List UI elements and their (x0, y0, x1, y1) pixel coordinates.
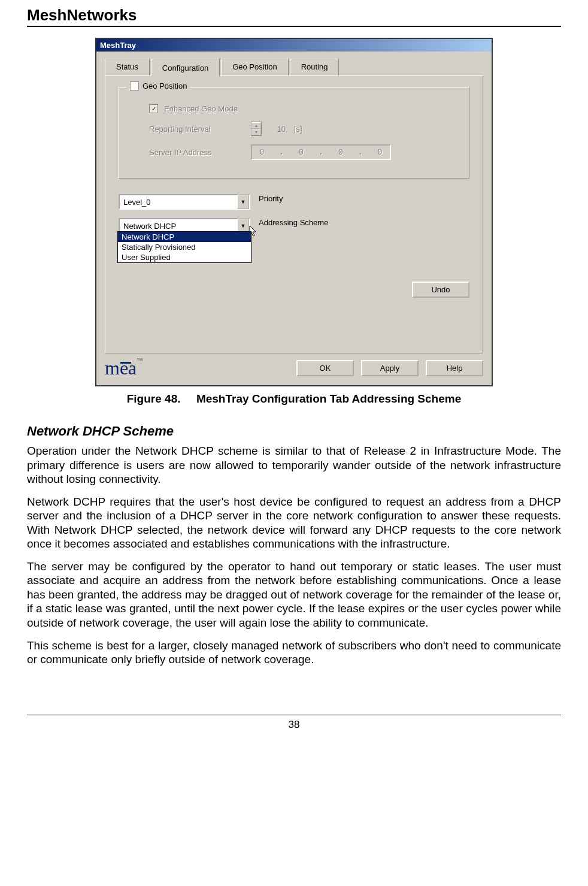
figure-container: MeshTray Status Configuration Geo Positi… (27, 38, 561, 406)
reporting-interval-value: 10 (268, 125, 288, 134)
geo-position-fieldset: Geo Position ✓ Enhanced Geo Mode Reporti… (119, 87, 469, 179)
help-button[interactable]: Help (426, 360, 483, 376)
reporting-interval-spinner[interactable]: ▲ ▼ (251, 122, 262, 136)
enhanced-geo-checkbox[interactable]: ✓ (149, 104, 158, 113)
addressing-scheme-value: Network DHCP (120, 222, 237, 231)
priority-row: Level_0 ▼ Priority (119, 194, 469, 210)
addressing-row: Network DHCP ▼ Network DHCP Statically P… (119, 218, 469, 234)
figure-number: Figure 48. (127, 392, 181, 405)
enhanced-geo-label: Enhanced Geo Mode (164, 104, 238, 113)
priority-label: Priority (259, 194, 283, 203)
addressing-option-user-supplied[interactable]: User Supplied (118, 252, 251, 262)
paragraph-2: Network DCHP requires that the user's ho… (27, 495, 561, 551)
server-ip-label: Server IP Address (149, 148, 245, 157)
figure-caption: Figure 48. MeshTray Configuration Tab Ad… (127, 392, 462, 406)
paragraph-4: This scheme is best for a larger, closel… (27, 639, 561, 667)
ip-octet-4: 0 (378, 148, 383, 157)
document-header: MeshNetworks (27, 6, 561, 25)
tab-configuration[interactable]: Configuration (151, 59, 220, 76)
addressing-option-statically-provisioned[interactable]: Statically Provisioned (118, 242, 251, 252)
bottom-bar: mea™ OK Apply Help (105, 357, 483, 379)
footer-rule (27, 715, 561, 715)
addressing-option-network-dhcp[interactable]: Network DHCP (118, 232, 251, 242)
mea-logo: mea™ (105, 357, 150, 379)
spinner-down-icon[interactable]: ▼ (251, 129, 261, 135)
ip-octet-2: 0 (299, 148, 304, 157)
chevron-down-icon[interactable]: ▼ (237, 195, 249, 209)
page-number: 38 (27, 719, 561, 731)
addressing-scheme-label: Addressing Scheme (259, 218, 328, 227)
geo-position-checkbox[interactable] (130, 81, 139, 90)
paragraph-1: Operation under the Network DHCP scheme … (27, 444, 561, 486)
trademark-symbol: ™ (137, 357, 143, 364)
window-title-bar: MeshTray (96, 39, 492, 52)
tab-routing[interactable]: Routing (290, 59, 340, 75)
apply-button[interactable]: Apply (361, 360, 419, 376)
server-ip-input[interactable]: 0. 0. 0. 0 (251, 144, 391, 160)
priority-value: Level_0 (120, 198, 237, 207)
ok-button[interactable]: OK (296, 360, 354, 376)
tab-body: Geo Position ✓ Enhanced Geo Mode Reporti… (105, 76, 483, 353)
priority-combobox[interactable]: Level_0 ▼ (119, 194, 250, 210)
geo-position-legend-text: Geo Position (143, 81, 187, 90)
tab-status[interactable]: Status (105, 59, 150, 75)
client-area: Status Configuration Geo Position Routin… (96, 52, 492, 385)
app-window: MeshTray Status Configuration Geo Positi… (95, 38, 493, 386)
header-rule (27, 26, 561, 27)
addressing-scheme-dropdown: Network DHCP Statically Provisioned User… (117, 231, 251, 263)
section-heading: Network DHCP Scheme (27, 424, 561, 439)
reporting-interval-label: Reporting Interval (149, 125, 245, 134)
ip-octet-3: 0 (338, 148, 343, 157)
geo-position-legend: Geo Position (126, 81, 190, 90)
figure-title: MeshTray Configuration Tab Addressing Sc… (196, 392, 461, 405)
ip-octet-1: 0 (260, 148, 265, 157)
reporting-interval-unit: [s] (294, 125, 302, 134)
paragraph-3: The server may be configured by the oper… (27, 560, 561, 630)
logo-text: mea (105, 357, 137, 379)
undo-button[interactable]: Undo (412, 282, 469, 298)
tab-row: Status Configuration Geo Position Routin… (105, 59, 483, 76)
spinner-up-icon[interactable]: ▲ (251, 122, 261, 129)
tab-geo-position[interactable]: Geo Position (221, 59, 288, 75)
